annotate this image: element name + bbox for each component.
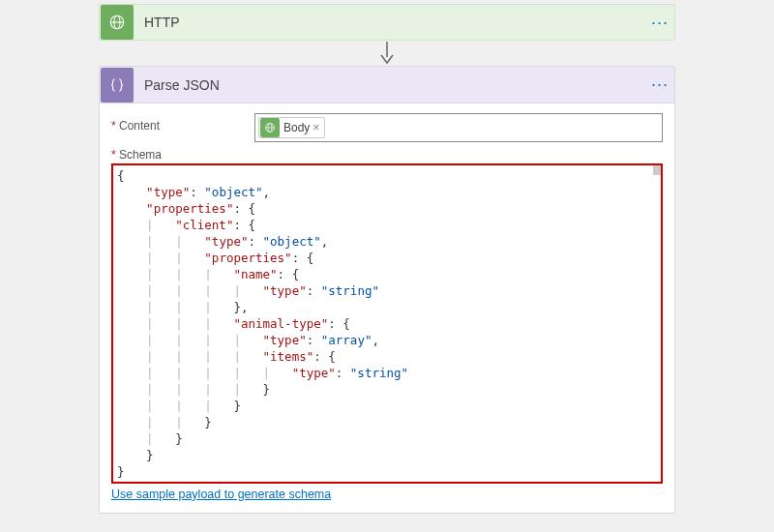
http-title: HTTP	[134, 15, 645, 30]
json-icon	[101, 68, 134, 103]
schema-label: * Schema	[111, 148, 663, 162]
body-token-label: Body	[283, 121, 310, 134]
body-token-icon	[260, 118, 280, 137]
content-input[interactable]: Body ×	[254, 113, 663, 142]
schema-code[interactable]: { "type": "object", "properties": { | "c…	[113, 165, 661, 482]
body-token[interactable]: Body ×	[258, 117, 325, 138]
designer-canvas: HTTP ··· Parse JSON ··· * Content	[0, 0, 774, 525]
content-label-text: Content	[119, 119, 160, 133]
http-menu-button[interactable]: ···	[645, 13, 674, 33]
http-icon	[101, 5, 134, 40]
content-label: * Content	[111, 113, 254, 133]
http-action-card[interactable]: HTTP ···	[99, 4, 675, 41]
schema-editor[interactable]: { "type": "object", "properties": { | "c…	[111, 163, 663, 484]
parse-json-title: Parse JSON	[134, 77, 645, 93]
body-token-remove[interactable]: ×	[310, 121, 324, 134]
schema-label-text: Schema	[119, 148, 162, 162]
use-sample-payload-link[interactable]: Use sample payload to generate schema	[111, 488, 331, 501]
parse-json-card: Parse JSON ··· * Content	[99, 66, 675, 514]
required-marker: *	[111, 148, 116, 162]
required-marker: *	[111, 119, 116, 133]
flow-connector	[99, 41, 675, 66]
parse-json-header[interactable]: Parse JSON ···	[100, 67, 674, 103]
parse-json-menu-button[interactable]: ···	[645, 74, 674, 95]
content-row: * Content Body ×	[111, 113, 663, 142]
